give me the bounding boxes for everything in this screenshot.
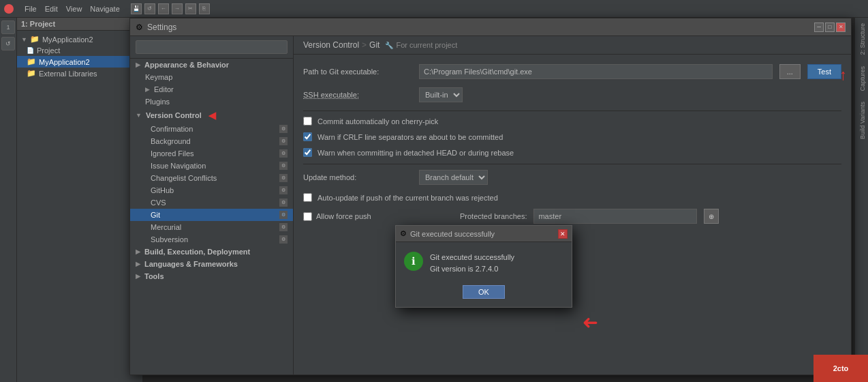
update-method-select[interactable]: Branch default Merge Rebase [419,170,488,185]
nav-keymap[interactable]: Keymap [130,71,293,83]
detached-label: Warn when committing in detached HEAD or… [317,149,514,157]
git-dialog-ok-btn[interactable]: OK [463,285,505,299]
nav-mercurial-label: Mercurial [151,223,181,231]
cherry-pick-checkbox[interactable] [303,117,312,126]
nav-background-badge: ⚙ [279,137,288,145]
breadcrumb-sep: > [362,40,367,50]
nav-issue-nav-label: Issue Navigation [151,162,206,170]
menu-view[interactable]: View [62,5,87,13]
menu-navigate[interactable]: Navigate [86,5,123,13]
project-panel: 1: Project ▼ 📁 MyApplication2 📄 Project … [17,18,143,382]
auto-update-label: Auto-update if push of the current branc… [317,194,498,202]
red-arrow-dialog: ➜ [583,311,598,334]
nav-git[interactable]: Git ⚙ [130,209,293,221]
tree-item-myapp[interactable]: ▼ 📁 MyApplication2 [17,33,142,45]
git-dialog-titlebar: ⚙ Git executed successfully ✕ [396,226,572,242]
nav-subversion-label: Subversion [151,235,188,244]
menu-file[interactable]: File [20,5,41,13]
nav-cvs-label: CVS [151,199,166,207]
nav-github-label: GitHub [151,186,174,194]
git-dialog-message: Git executed successfully Git version is… [430,252,514,274]
tree-item-external-libs[interactable]: 📁 External Libraries [17,68,142,79]
ssh-label: SSH executable: [303,91,412,99]
git-dialog-msg-line2: Git version is 2.7.4.0 [430,263,514,275]
nav-languages[interactable]: ▶ Languages & Frameworks [130,258,293,270]
toolbar-sync-icon[interactable]: ↺ [144,3,155,14]
nav-tools-label: Tools [144,272,164,280]
nav-changelist-conflicts[interactable]: Changelist Conflicts ⚙ [130,172,293,184]
breadcrumb: Version Control > Git 🔧 For current proj… [294,36,851,55]
settings-nav: ▶ Appearance & Behavior Keymap ▶ Editor … [130,36,294,374]
nav-cvs-badge: ⚙ [279,199,288,207]
settings-close-btn[interactable]: ✕ [836,23,846,32]
force-push-label: Allow force push [316,212,371,220]
toolbar-save-icon[interactable]: 💾 [131,3,142,14]
tool-btn-2[interactable]: ↺ [1,37,15,50]
nav-build-label: Build, Execution, Deployment [144,248,250,256]
ssh-select[interactable]: Built-in [419,87,463,102]
toolbar-copy-icon[interactable]: ⎘ [199,3,210,14]
nav-vc-label: Version Control [146,111,202,119]
tree-item-project[interactable]: 📄 Project [17,45,142,56]
force-push-checkbox[interactable] [303,212,312,221]
settings-minimize-btn[interactable]: ─ [814,23,824,32]
git-path-input[interactable] [419,64,773,79]
nav-build[interactable]: ▶ Build, Execution, Deployment [130,246,293,258]
toolbar-forward-icon[interactable]: → [172,3,183,14]
settings-search-input[interactable] [136,40,288,54]
nav-mercurial-badge: ⚙ [279,223,288,231]
nav-issue-navigation[interactable]: Issue Navigation ⚙ [130,160,293,172]
nav-keymap-label: Keymap [145,73,172,81]
settings-dialog: ⚙ Settings ─ □ ✕ ▶ Appearance & Behavior… [129,18,852,375]
git-test-btn[interactable]: Test [807,64,841,79]
tree-item-project-icon: 📄 [27,47,34,54]
protected-branches-input[interactable] [533,209,697,224]
nav-git-badge: ⚙ [279,211,288,219]
nav-changelist-badge: ⚙ [279,174,288,182]
nav-subversion-badge: ⚙ [279,235,288,244]
nav-cvs[interactable]: CVS ⚙ [130,196,293,209]
nav-confirmation[interactable]: Confirmation ⚙ [130,123,293,135]
nav-editor[interactable]: ▶ Editor [130,83,293,96]
nav-build-arrow: ▶ [136,248,140,255]
git-path-label: Path to Git executable: [303,68,412,76]
detached-row: Warn when committing in detached HEAD or… [303,148,841,157]
nav-version-control[interactable]: ▼ Version Control ◀ [130,108,293,123]
toolbar-cut-icon[interactable]: ✂ [185,3,196,14]
nav-subversion[interactable]: Subversion ⚙ [130,233,293,246]
right-tab-build-variants[interactable]: Build Variants [855,96,868,145]
nav-confirmation-badge: ⚙ [279,125,288,133]
settings-main: Version Control > Git 🔧 For current proj… [294,36,851,374]
settings-content: Path to Git executable: ... Test ↑ SSH e… [294,55,851,374]
crlf-checkbox[interactable] [303,132,312,141]
tree-item-myapp2[interactable]: 📁 MyApplication2 [17,56,142,68]
git-dialog-body: ℹ Git executed successfully Git version … [396,242,572,281]
nav-github[interactable]: GitHub ⚙ [130,184,293,196]
nav-vc-arrow: ▼ [136,112,142,119]
cherry-pick-label: Commit automatically on cherry-pick [317,117,438,126]
nav-changelist-label: Changelist Conflicts [151,174,217,182]
settings-maximize-btn[interactable]: □ [825,23,835,32]
right-tab-captures[interactable]: Captures [855,61,868,97]
nav-ignored-files-label: Ignored Files [151,149,194,158]
nav-plugins[interactable]: Plugins [130,96,293,108]
auto-update-checkbox[interactable] [303,193,312,202]
toolbar-back-icon[interactable]: ← [158,3,169,14]
nav-plugins-label: Plugins [145,98,170,106]
nav-tools[interactable]: ▶ Tools [130,270,293,282]
tool-btn-1[interactable]: 1 [1,20,15,34]
nav-appearance[interactable]: ▶ Appearance & Behavior [130,59,293,71]
detached-checkbox[interactable] [303,148,312,157]
nav-ignored-files[interactable]: Ignored Files ⚙ [130,147,293,160]
right-tab-structure[interactable]: 2: Structure [855,18,868,61]
git-success-dialog: ⚙ Git executed successfully ✕ ℹ Git exec… [395,225,572,308]
nav-mercurial[interactable]: Mercurial ⚙ [130,221,293,233]
git-path-row: Path to Git executable: ... Test [303,64,841,79]
nav-background[interactable]: Background ⚙ [130,135,293,147]
git-path-browse-btn[interactable]: ... [779,64,801,79]
git-dialog-close-btn[interactable]: ✕ [558,229,568,239]
protected-branches-label: Protected branches: [460,212,527,220]
protected-branches-add-btn[interactable]: ⊕ [704,209,719,224]
breadcrumb-project-label: For current project [396,41,457,49]
menu-edit[interactable]: Edit [41,5,62,13]
